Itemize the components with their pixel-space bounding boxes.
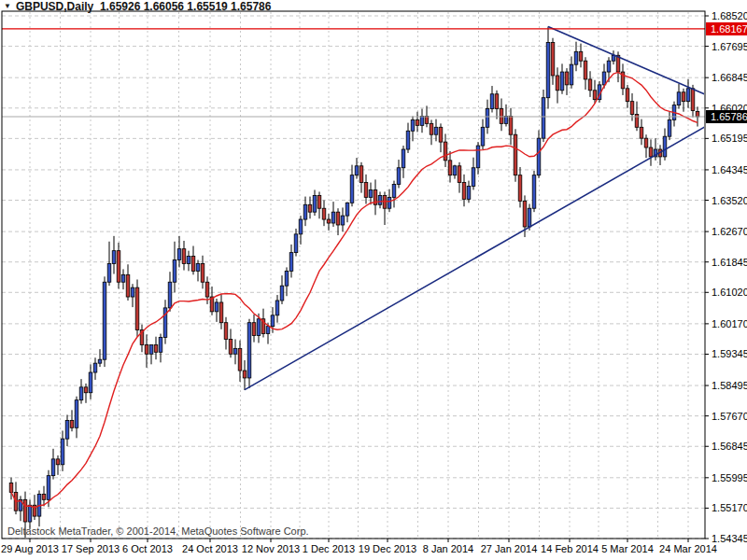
candle-bull	[289, 253, 293, 272]
candle-bull	[560, 72, 564, 91]
candle-bear	[182, 249, 186, 264]
resistance-price-label: 1.68167	[706, 22, 747, 35]
candle-bear	[630, 102, 634, 115]
x-axis-label: 17 Sep 2013	[62, 543, 120, 554]
candle-bull	[388, 197, 391, 208]
y-axis-label: 1.63520	[712, 195, 747, 206]
candle-bull	[98, 359, 102, 363]
candle-bull	[313, 195, 317, 212]
candle-bear	[154, 344, 158, 352]
x-axis-label: 19 Dec 2013	[359, 543, 416, 554]
chart-title: GBPUSD,Daily 1.65926 1.66056 1.65519 1.6…	[16, 0, 272, 13]
candle-bull	[177, 249, 181, 260]
candle-bear	[84, 387, 88, 393]
candle-bear	[500, 109, 503, 124]
x-axis-label: 12 Nov 2013	[242, 543, 300, 554]
candle-bull	[570, 64, 573, 85]
candle-bear	[588, 79, 592, 91]
candle-bull	[61, 439, 64, 465]
candle-bear	[523, 201, 527, 227]
candle-bear	[458, 166, 461, 183]
candle-bull	[303, 204, 307, 219]
candle-bull	[397, 168, 401, 185]
y-axis-label: 1.59345	[712, 348, 747, 359]
candle-bull	[546, 42, 550, 97]
candle-bull	[686, 89, 690, 102]
candle-bear	[640, 127, 643, 138]
x-axis-label: 1 Dec 2013	[303, 543, 355, 554]
x-axis-label: 29 Aug 2013	[1, 543, 59, 554]
y-axis-label: 1.57670	[712, 411, 747, 422]
candle-bear	[682, 92, 685, 102]
candle-bear	[9, 483, 13, 493]
candle-bear	[416, 119, 419, 125]
candle-bear	[135, 287, 139, 329]
candle-bear	[336, 212, 340, 225]
candle-bull	[121, 274, 125, 282]
candle-bear	[42, 494, 46, 499]
candle-bear	[238, 348, 242, 371]
candle-bull	[574, 51, 578, 64]
price-chart-canvas[interactable]: 1.685201.676951.668451.660201.651951.643…	[0, 0, 747, 560]
candle-bear	[243, 371, 247, 378]
candle-bear	[448, 161, 452, 175]
y-axis-label: 1.62670	[712, 226, 747, 237]
candle-bear	[649, 147, 653, 157]
candle-bull	[472, 168, 475, 187]
candle-bull	[93, 363, 97, 372]
candle-bull	[89, 372, 92, 393]
y-axis-label: 1.61020	[712, 287, 747, 298]
candle-bull	[392, 185, 396, 198]
candle-bull	[187, 257, 190, 264]
candle-bull	[476, 146, 480, 168]
candle-bull	[355, 166, 359, 175]
current-price-text: 1.65786	[711, 111, 747, 122]
chart-title-bar: ▼ GBPUSD,Daily 1.65926 1.66056 1.65519 1…	[4, 1, 271, 12]
candle-bear	[626, 89, 629, 102]
y-axis-label: 1.67695	[712, 41, 747, 52]
candle-bull	[28, 505, 32, 522]
candle-bear	[201, 263, 204, 282]
candle-bull	[131, 287, 134, 297]
x-axis-label: 24 Oct 2013	[182, 543, 238, 554]
candle-bull	[294, 234, 298, 253]
candle-bull	[266, 327, 270, 334]
candle-bull	[528, 208, 531, 227]
candle-bull	[79, 387, 83, 400]
candle-bull	[411, 119, 415, 131]
candle-bull	[542, 98, 545, 138]
x-axis-label: 6 Oct 2013	[122, 543, 173, 554]
candle-bull	[453, 166, 457, 175]
candle-bear	[691, 89, 695, 111]
candle-bull	[434, 127, 438, 134]
y-axis-label: 1.65195	[712, 133, 747, 144]
candle-bear	[644, 138, 648, 147]
candle-bull	[159, 337, 162, 352]
y-axis-label: 1.68520	[712, 10, 747, 21]
x-axis-label: 8 Jan 2014	[423, 543, 473, 554]
y-axis-label: 1.55170	[712, 502, 747, 513]
candle-bull	[663, 136, 667, 157]
candle-bull	[112, 251, 116, 264]
candle-bull	[612, 55, 615, 61]
candle-bull	[257, 319, 261, 336]
x-axis-label: 14 Feb 2014	[541, 543, 599, 554]
candle-bear	[205, 282, 209, 297]
candle-bear	[495, 94, 499, 109]
candle-bear	[584, 61, 587, 79]
candle-bull	[103, 282, 106, 359]
candle-bear	[551, 42, 555, 76]
candle-bear	[430, 123, 433, 134]
chart-dropdown-icon[interactable]: ▼	[4, 2, 11, 11]
candle-bull	[378, 195, 382, 204]
candle-bull	[168, 282, 172, 308]
candle-bull	[173, 260, 176, 283]
candle-bull	[490, 94, 494, 109]
candle-bear	[219, 302, 223, 323]
candle-bull	[668, 119, 671, 136]
candle-bull	[345, 203, 349, 216]
resistance-price-text: 1.68167	[711, 23, 747, 35]
candle-bear	[565, 72, 569, 85]
y-axis-label: 1.56845	[712, 441, 747, 452]
candle-bear	[117, 251, 120, 283]
